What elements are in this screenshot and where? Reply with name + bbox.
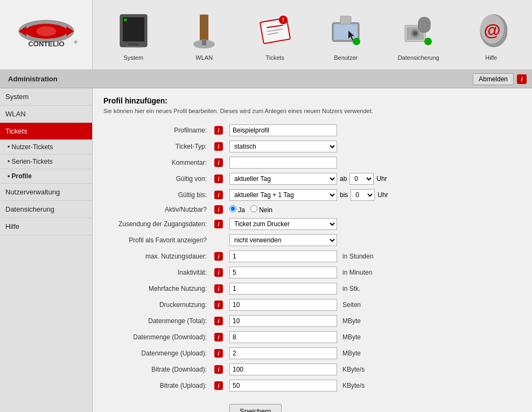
info-icon-datenmenge-total[interactable]: i	[214, 317, 223, 325]
header-info-icon[interactable]: i	[517, 74, 527, 84]
input-datenmenge-upload[interactable]	[229, 347, 337, 359]
unit-bitrate-upload: KByte/s	[342, 382, 365, 389]
nav-item-system[interactable]: System	[109, 6, 158, 64]
main-layout: System WLAN Tickets • Nutzer-Tickets • S…	[0, 88, 532, 412]
sidebar-item-profile[interactable]: • Profile	[0, 169, 92, 184]
unit-datenmenge-total: MByte	[342, 317, 361, 325]
info-icon-mehrfache-nutzung[interactable]: i	[214, 284, 223, 293]
label-bis: bis	[340, 191, 348, 199]
label-uhr-von: Uhr	[376, 175, 387, 183]
label-druckernutzung: Druckernutzung:	[103, 297, 211, 313]
unit-druckernutzung: Seiten	[342, 301, 361, 309]
svg-point-25	[353, 38, 360, 45]
svg-rect-10	[128, 43, 139, 46]
label-bitrate-download: Bitrate (Download):	[103, 361, 211, 378]
system-nav-icon	[115, 9, 152, 52]
svg-rect-24	[340, 16, 351, 24]
svg-point-9	[124, 18, 127, 22]
select-zugangsdaten[interactable]: Ticket zum Drucker E-Mail	[229, 218, 337, 230]
sidebar-item-datensicherung[interactable]: Datensicherung	[0, 201, 92, 218]
field-druckernutzung: Druckernutzung: i Seiten	[103, 297, 521, 313]
input-bitrate-upload[interactable]	[229, 380, 337, 392]
select-time-bis[interactable]: 0121223	[351, 189, 375, 201]
sidebar-item-nutzer-tickets[interactable]: • Nutzer-Tickets	[0, 140, 92, 155]
nav-item-hilfe[interactable]: @ Hilfe	[467, 6, 515, 64]
field-gueltig-von: Gültig von: i aktueller Tag festes Datum…	[103, 171, 521, 187]
input-bitrate-download[interactable]	[229, 364, 337, 375]
info-icon-kommentar[interactable]: i	[214, 158, 223, 167]
sidebar-item-system[interactable]: System	[0, 88, 92, 106]
input-druckernutzung[interactable]	[229, 299, 337, 311]
info-icon-gueltig-bis[interactable]: i	[214, 191, 223, 199]
radio-nein-label[interactable]: Nein	[250, 205, 272, 214]
svg-point-30	[413, 31, 417, 36]
content-area: Profil hinzufügen: Sie können hier ein n…	[93, 88, 532, 412]
field-datenmenge-upload: Datenmenge (Upload): i MByte	[103, 345, 521, 361]
profile-form: Profilname: i Ticket-Typ: i statisch dyn…	[103, 122, 521, 412]
benutzer-nav-label: Benutzer	[334, 54, 358, 61]
input-datenmenge-total[interactable]	[229, 315, 337, 327]
select-gueltig-bis[interactable]: aktueller Tag + 1 Tag aktueller Tag	[229, 189, 337, 201]
label-mehrfache-nutzung: Mehrfache Nutzung:	[103, 281, 211, 297]
label-ab: ab	[340, 175, 347, 183]
sidebar-item-tickets[interactable]: Tickets	[0, 123, 92, 140]
benutzer-nav-icon	[327, 9, 365, 52]
nav-item-wlan[interactable]: WLAN	[180, 6, 228, 64]
input-inaktivitaet[interactable]	[229, 267, 337, 278]
nav-item-tickets[interactable]: ! Tickets	[251, 6, 299, 64]
input-kommentar[interactable]	[229, 157, 337, 169]
svg-rect-12	[200, 15, 208, 41]
radio-nein[interactable]	[250, 205, 257, 212]
svg-point-2	[36, 26, 56, 37]
info-icon-profilname[interactable]: i	[214, 126, 223, 135]
label-uhr-bis: Uhr	[377, 191, 388, 199]
radio-ja[interactable]	[229, 205, 236, 212]
radio-ja-label[interactable]: Ja	[229, 205, 245, 214]
info-icon-ticket-typ[interactable]: i	[214, 142, 223, 151]
label-ticket-typ: Ticket-Typ:	[103, 138, 211, 155]
nav-item-benutzer[interactable]: Benutzer	[321, 6, 370, 64]
sidebar-item-serien-tickets[interactable]: • Serien-Tickets	[0, 155, 92, 169]
field-aktiv: Aktiv/Nutzbar? i Ja Nein	[103, 203, 521, 216]
label-datenmenge-download: Datenmenge (Download):	[103, 329, 211, 345]
top-navigation-bar: CONTELIO ® System	[0, 0, 532, 70]
system-nav-label: System	[123, 54, 143, 61]
label-bitrate-upload: Bitrate (Upload):	[103, 378, 211, 394]
select-time-von[interactable]: 0123 4561223	[349, 173, 374, 185]
sidebar-item-nutzerverwaltung[interactable]: Nutzerverwaltung	[0, 184, 92, 201]
tickets-nav-icon: !	[256, 9, 294, 52]
info-icon-gueltig-von[interactable]: i	[214, 174, 223, 183]
select-favorit[interactable]: nicht verwenden verwenden	[229, 234, 337, 246]
label-datenmenge-upload: Datenmenge (Upload):	[103, 345, 211, 361]
hilfe-nav-icon: @	[472, 9, 510, 52]
sidebar-item-hilfe[interactable]: Hilfe	[0, 218, 92, 235]
input-datenmenge-download[interactable]	[229, 331, 337, 343]
input-profilname[interactable]	[229, 124, 337, 136]
info-icon-bitrate-download[interactable]: i	[214, 365, 223, 374]
info-icon-bitrate-upload[interactable]: i	[214, 381, 223, 390]
select-gueltig-von[interactable]: aktueller Tag festes Datum	[229, 173, 337, 185]
svg-rect-23	[334, 24, 358, 40]
abmelden-button[interactable]: Abmelden	[473, 73, 514, 85]
input-nutzungsdauer[interactable]	[229, 250, 337, 262]
info-icon-inaktivitaet[interactable]: i	[214, 268, 223, 277]
nav-item-datensicherung[interactable]: Datensicherung	[393, 6, 445, 64]
info-icon-zugangsdaten[interactable]: i	[214, 220, 223, 228]
info-icon-datenmenge-upload[interactable]: i	[214, 349, 223, 358]
svg-rect-14	[202, 39, 206, 45]
svg-point-32	[424, 38, 432, 45]
sidebar-item-wlan[interactable]: WLAN	[0, 106, 92, 123]
svg-text:@: @	[484, 20, 501, 40]
datensicherung-nav-label: Datensicherung	[398, 54, 439, 61]
info-icon-nutzungsdauer[interactable]: i	[214, 252, 223, 261]
field-kommentar: Kommentar: i	[103, 155, 521, 171]
page-description: Sie können hier ein neues Profil bearbei…	[103, 108, 521, 114]
select-ticket-typ[interactable]: statisch dynamisch	[229, 141, 337, 152]
field-profilname: Profilname: i	[103, 122, 521, 138]
input-mehrfache-nutzung[interactable]	[229, 283, 337, 295]
info-icon-aktiv[interactable]: i	[214, 205, 223, 214]
save-button[interactable]: Speichern	[229, 404, 282, 412]
info-icon-druckernutzung[interactable]: i	[214, 301, 223, 309]
info-icon-datenmenge-download[interactable]: i	[214, 333, 223, 341]
label-profilname: Profilname:	[103, 122, 211, 138]
